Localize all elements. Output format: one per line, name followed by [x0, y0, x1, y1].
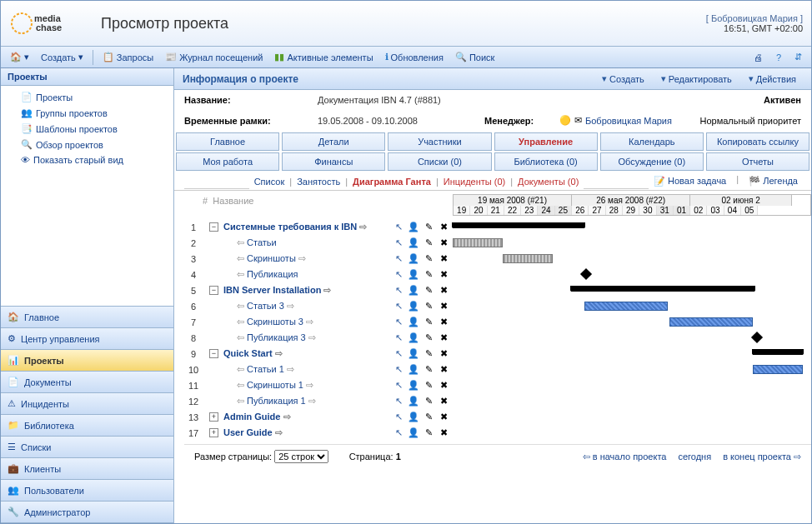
task-name-link[interactable]: Скриншоты 1 [237, 380, 389, 391]
edit-icon[interactable]: ✎ [423, 285, 434, 297]
tabs2-tab-2[interactable]: Списки (0) [388, 152, 491, 171]
tabs1-tab-4[interactable]: Календарь [600, 132, 704, 151]
requests-button[interactable]: 📋Запросы [98, 50, 158, 64]
help-button[interactable]: ? [771, 50, 786, 64]
task-name-link[interactable]: Скриншоты 3 [237, 317, 389, 327]
legend-button[interactable]: 🏁 Легенда [745, 174, 801, 188]
create-button[interactable]: Создать ▾ [36, 50, 88, 64]
nav-item-docs[interactable]: 📄Документы [1, 372, 173, 393]
nav-item-admin[interactable]: 🔧Администратор [1, 502, 173, 523]
task-name-link[interactable]: Статьи [237, 237, 389, 248]
tabs2-tab-1[interactable]: Финансы [282, 152, 385, 171]
move-icon[interactable]: ↖ [393, 427, 404, 439]
delete-icon[interactable]: ✖ [438, 269, 449, 281]
tree-item-0[interactable]: 📄Проекты [1, 89, 173, 105]
tabs2-tab-0[interactable]: Моя работа [176, 152, 279, 171]
panel-create-button[interactable]: ▾ Создать [595, 72, 651, 86]
tabs1-tab-5[interactable]: Копировать ссылку [706, 132, 809, 151]
nav-start[interactable]: ⇦ в начало проекта [583, 452, 667, 462]
move-icon[interactable]: ↖ [393, 317, 404, 328]
expand-icon[interactable]: − [209, 286, 218, 295]
task-name-link[interactable]: Публикация 3 [237, 332, 389, 343]
subtab-busy[interactable]: Занятость [293, 175, 343, 188]
nav-item-lists[interactable]: ☰Списки [1, 437, 173, 458]
tree-item-2[interactable]: 📑Шаблоны проектов [1, 121, 173, 137]
edit-icon[interactable]: ✎ [423, 317, 434, 328]
user-icon[interactable]: 👤 [408, 332, 419, 344]
gantt-bar[interactable] [453, 238, 503, 247]
task-name-link[interactable]: User Guide [223, 427, 389, 438]
user-icon[interactable]: 👤 [408, 396, 419, 407]
edit-icon[interactable]: ✎ [423, 332, 434, 344]
move-icon[interactable]: ↖ [393, 412, 404, 423]
move-icon[interactable]: ↖ [393, 269, 404, 281]
delete-icon[interactable]: ✖ [438, 317, 449, 328]
user-icon[interactable]: 👤 [408, 253, 419, 265]
edit-icon[interactable]: ✎ [423, 269, 434, 281]
task-name-link[interactable]: Системные требования к IBN [223, 222, 389, 232]
move-icon[interactable]: ↖ [393, 348, 404, 360]
move-icon[interactable]: ↖ [393, 253, 404, 265]
user-icon[interactable]: 👤 [408, 380, 419, 392]
milestone[interactable] [580, 268, 592, 280]
print-button[interactable]: 🖨 [749, 50, 768, 64]
user-icon[interactable]: 👤 [408, 237, 419, 249]
home-button[interactable]: 🏠▾ [5, 50, 34, 64]
nav-item-clients[interactable]: 💼Клиенты [1, 458, 173, 480]
delete-icon[interactable]: ✖ [438, 301, 449, 312]
user-icon[interactable]: 👤 [408, 364, 419, 376]
move-icon[interactable]: ↖ [393, 301, 404, 312]
user-icon[interactable]: 👤 [408, 412, 419, 423]
delete-icon[interactable]: ✖ [438, 396, 449, 407]
tree-item-1[interactable]: 👥Группы проектов [1, 105, 173, 121]
delete-icon[interactable]: ✖ [438, 222, 449, 233]
tree-item-3[interactable]: 🔍Обзор проектов [1, 137, 173, 152]
task-name-link[interactable]: Публикация 1 [237, 396, 389, 407]
manager-value[interactable]: Бобровицкая Мария [585, 116, 672, 126]
move-icon[interactable]: ↖ [393, 380, 404, 392]
tabs1-tab-1[interactable]: Детали [282, 132, 385, 151]
expand-icon[interactable]: + [209, 428, 218, 437]
delete-icon[interactable]: ✖ [438, 237, 449, 249]
user-icon[interactable]: 👤 [408, 269, 419, 281]
edit-icon[interactable]: ✎ [423, 412, 434, 423]
task-name-link[interactable]: Скриншоты [237, 253, 389, 264]
tabs2-tab-4[interactable]: Обсуждение (0) [600, 152, 704, 171]
user-icon[interactable]: 👤 [408, 317, 419, 328]
user-icon[interactable]: 👤 [408, 348, 419, 360]
nav-item-library[interactable]: 📁Библиотека [1, 415, 173, 437]
gantt-bar[interactable] [571, 286, 754, 292]
delete-icon[interactable]: ✖ [438, 427, 449, 439]
task-name-link[interactable]: IBN Server Installation [223, 285, 389, 296]
edit-icon[interactable]: ✎ [423, 427, 434, 439]
expand-icon[interactable]: − [209, 349, 218, 358]
tabs1-tab-0[interactable]: Главное [176, 132, 279, 151]
edit-icon[interactable]: ✎ [423, 396, 434, 407]
panel-edit-button[interactable]: ▾ Редактировать [654, 72, 739, 86]
nav-item-incidents[interactable]: ⚠Инциденты [1, 393, 173, 415]
tabs1-tab-3[interactable]: Управление [494, 132, 598, 151]
search-button[interactable]: 🔍Поиск [450, 50, 499, 64]
gantt-bar[interactable] [584, 302, 668, 311]
tree-item-4[interactable]: 👁Показать старый вид [1, 152, 173, 167]
page-size-select[interactable]: 25 строк [274, 450, 328, 463]
task-name-link[interactable]: Quick Start [223, 348, 389, 359]
move-icon[interactable]: ↖ [393, 222, 404, 233]
edit-icon[interactable]: ✎ [423, 348, 434, 360]
expand-icon[interactable]: − [209, 222, 218, 232]
user-name[interactable]: [ Бобровицкая Мария ] [706, 13, 803, 23]
new-task-button[interactable]: 📝 Новая задача [650, 174, 729, 188]
user-icon[interactable]: 👤 [408, 301, 419, 312]
nav-end[interactable]: в конец проекта ⇨ [723, 452, 801, 462]
milestone[interactable] [751, 332, 763, 343]
subtab-incidents[interactable]: Инциденты (0) [440, 175, 509, 188]
move-icon[interactable]: ↖ [393, 396, 404, 407]
subtab-docs[interactable]: Документы (0) [514, 175, 582, 188]
delete-icon[interactable]: ✖ [438, 285, 449, 297]
move-icon[interactable]: ↖ [393, 237, 404, 249]
delete-icon[interactable]: ✖ [438, 412, 449, 423]
task-name-link[interactable]: Публикация [237, 269, 389, 280]
tabs1-tab-2[interactable]: Участники [388, 132, 491, 151]
delete-icon[interactable]: ✖ [438, 380, 449, 392]
mail-icon[interactable]: ✉ [574, 115, 582, 126]
